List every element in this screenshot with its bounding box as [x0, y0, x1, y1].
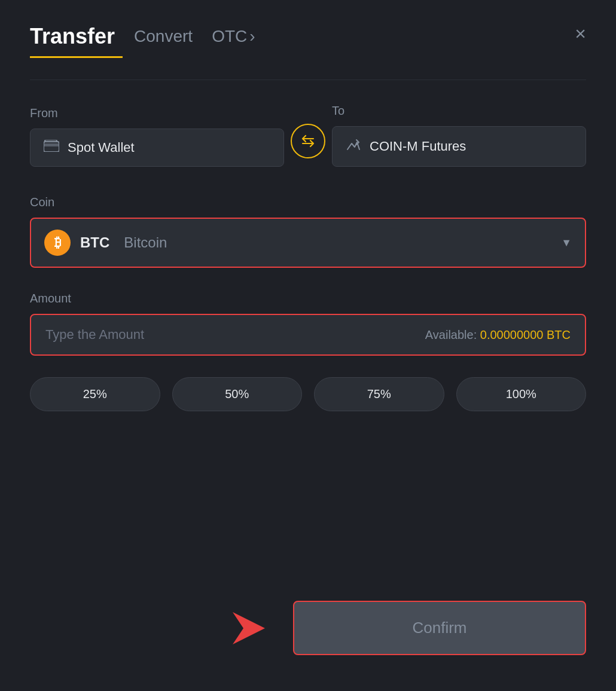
available-amount: 0.00000000 BTC	[480, 328, 571, 341]
coin-symbol: BTC	[80, 234, 109, 251]
to-wallet-label: COIN-M Futures	[370, 139, 466, 154]
amount-input[interactable]	[45, 327, 425, 343]
swap-button[interactable]	[291, 124, 325, 158]
available-text: Available: 0.00000000 BTC	[425, 328, 571, 342]
percent-25-button[interactable]: 25%	[30, 377, 160, 411]
svg-marker-2	[233, 612, 265, 644]
from-to-section: From Spot Wallet	[30, 104, 586, 167]
coin-selector[interactable]: ₿ BTC Bitcoin ▼	[30, 218, 586, 268]
arrow-indicator	[227, 601, 281, 655]
swap-btn-container	[284, 124, 332, 167]
coin-name: Bitcoin	[124, 234, 167, 251]
active-tab-underline	[30, 56, 123, 58]
chevron-right-icon: ›	[249, 27, 255, 46]
wallet-icon	[44, 140, 59, 155]
from-block: From Spot Wallet	[30, 106, 284, 167]
coin-section: Coin ₿ BTC Bitcoin ▼	[30, 195, 586, 268]
svg-rect-0	[44, 142, 59, 152]
to-label: To	[332, 104, 586, 118]
tab-otc[interactable]: OTC ›	[212, 27, 255, 46]
confirm-section: Confirm	[30, 601, 586, 655]
amount-label: Amount	[30, 292, 586, 305]
chevron-down-icon: ▼	[561, 237, 572, 249]
to-block: To COIN-M Futures	[332, 104, 586, 167]
from-wallet-label: Spot Wallet	[68, 140, 135, 155]
transfer-modal: Transfer Convert OTC › × From Spot Walle…	[0, 0, 616, 691]
confirm-button[interactable]: Confirm	[293, 601, 586, 655]
amount-box: Available: 0.00000000 BTC	[30, 314, 586, 356]
percent-buttons: 25% 50% 75% 100%	[30, 377, 586, 411]
close-button[interactable]: ×	[575, 24, 586, 43]
percent-50-button[interactable]: 50%	[172, 377, 303, 411]
amount-section: Amount Available: 0.00000000 BTC	[30, 292, 586, 356]
futures-icon	[346, 137, 361, 155]
tab-transfer[interactable]: Transfer	[30, 24, 115, 49]
red-arrow-icon	[227, 601, 281, 655]
percent-75-button[interactable]: 75%	[314, 377, 444, 411]
from-wallet-selector[interactable]: Spot Wallet	[30, 129, 284, 167]
svg-rect-1	[44, 143, 59, 146]
coin-label: Coin	[30, 195, 586, 209]
btc-icon: ₿	[44, 230, 71, 256]
header-divider	[30, 80, 586, 80]
tab-convert[interactable]: Convert	[134, 27, 193, 46]
from-label: From	[30, 106, 284, 120]
modal-header: Transfer Convert OTC › ×	[30, 24, 586, 49]
to-wallet-selector[interactable]: COIN-M Futures	[332, 126, 586, 167]
percent-100-button[interactable]: 100%	[456, 377, 587, 411]
